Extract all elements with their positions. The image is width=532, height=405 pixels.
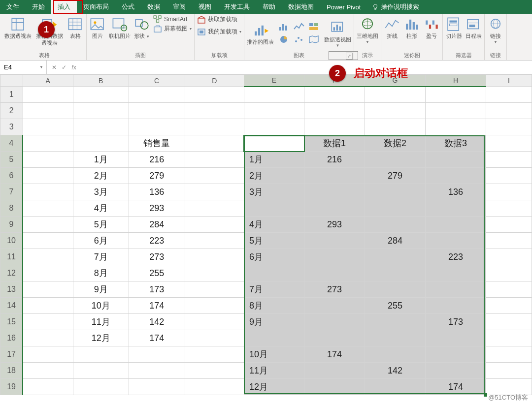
row-header-3[interactable]: 3 [0, 119, 23, 135]
cell-F5[interactable]: 216 [304, 152, 365, 168]
row-header-11[interactable]: 11 [0, 249, 23, 265]
cell-B18[interactable] [73, 363, 129, 379]
cell-G18[interactable]: 142 [365, 363, 426, 379]
chart-type-line-button[interactable] [293, 21, 305, 32]
cell-H9[interactable] [425, 217, 486, 233]
row-header-18[interactable]: 18 [0, 363, 23, 379]
cell-I7[interactable] [486, 184, 532, 200]
cell-A18[interactable] [23, 363, 73, 379]
cell-A14[interactable] [23, 298, 73, 314]
tab-review[interactable]: 审阅 [166, 0, 192, 14]
cell-I9[interactable] [486, 217, 532, 233]
chart-type-hierarchy-button[interactable] [307, 21, 320, 32]
cell-D3[interactable] [185, 119, 244, 135]
cell-D10[interactable] [185, 233, 244, 249]
tab-formulas[interactable]: 公式 [115, 0, 141, 14]
cell-F13[interactable]: 273 [304, 281, 365, 298]
cell-G3[interactable] [365, 119, 426, 135]
cell-D19[interactable] [185, 379, 244, 395]
cell-H6[interactable] [425, 168, 486, 184]
cell-D14[interactable] [185, 298, 244, 314]
cell-B1[interactable] [73, 87, 129, 103]
cell-I17[interactable] [486, 346, 532, 363]
cell-G5[interactable] [365, 152, 426, 168]
cell-F4[interactable]: 数据1 [304, 135, 365, 152]
cell-F3[interactable] [304, 119, 365, 135]
cell-D4[interactable] [185, 135, 244, 152]
tab-devtools[interactable]: 开发工具 [218, 0, 256, 14]
cell-I11[interactable] [486, 249, 532, 265]
pivot-chart-button[interactable]: 数据透视图 ▼ [324, 19, 351, 48]
smartart-button[interactable]: SmartArt [153, 15, 192, 23]
cell-E16[interactable] [244, 330, 304, 346]
cell-F17[interactable]: 174 [304, 346, 365, 363]
tab-powerpivot[interactable]: Power Pivot [320, 0, 367, 14]
sparkline-line-button[interactable]: 折线 [384, 15, 400, 40]
cell-F16[interactable] [304, 330, 365, 346]
row-header-9[interactable]: 9 [0, 217, 23, 233]
cell-B15[interactable]: 11月 [73, 314, 129, 330]
cell-H3[interactable] [425, 119, 486, 135]
cell-G16[interactable] [365, 330, 426, 346]
cell-G19[interactable] [365, 379, 426, 395]
cell-B17[interactable] [73, 346, 129, 363]
cell-E1[interactable] [244, 87, 304, 103]
row-header-12[interactable]: 12 [0, 265, 23, 281]
cell-D2[interactable] [185, 103, 244, 119]
cell-B10[interactable]: 6月 [73, 233, 129, 249]
row-header-8[interactable]: 8 [0, 200, 23, 217]
cell-A16[interactable] [23, 330, 73, 346]
cell-F12[interactable] [304, 265, 365, 281]
my-addins-button[interactable]: 我的加载项 ▾ [197, 28, 241, 36]
cell-A2[interactable] [23, 103, 73, 119]
formula-bar-input[interactable] [81, 61, 532, 74]
cell-A5[interactable] [23, 152, 73, 168]
cell-D1[interactable] [185, 87, 244, 103]
cell-B13[interactable]: 9月 [73, 281, 129, 298]
cell-F2[interactable] [304, 103, 365, 119]
cell-A6[interactable] [23, 168, 73, 184]
cell-I19[interactable] [486, 379, 532, 395]
cell-E4[interactable] [244, 135, 304, 152]
cell-A13[interactable] [23, 281, 73, 298]
cell-C3[interactable] [129, 119, 185, 135]
cell-F14[interactable] [304, 298, 365, 314]
cell-E17[interactable]: 10月 [244, 346, 304, 363]
cell-H17[interactable] [425, 346, 486, 363]
cell-C13[interactable]: 173 [129, 281, 185, 298]
cell-F11[interactable] [304, 249, 365, 265]
cell-B19[interactable] [73, 379, 129, 395]
cell-B16[interactable]: 12月 [73, 330, 129, 346]
cell-G12[interactable] [365, 265, 426, 281]
cell-H11[interactable]: 223 [425, 249, 486, 265]
row-header-13[interactable]: 13 [0, 281, 23, 298]
cell-G14[interactable]: 255 [365, 298, 426, 314]
cell-B14[interactable]: 10月 [73, 298, 129, 314]
formula-enter-button[interactable]: ✓ [60, 63, 68, 72]
cell-C5[interactable]: 216 [129, 152, 185, 168]
chart-type-map-button[interactable] [307, 34, 320, 45]
col-header-B[interactable]: B [73, 75, 129, 87]
cell-A7[interactable] [23, 184, 73, 200]
cell-C8[interactable]: 293 [129, 200, 185, 217]
cell-G9[interactable] [365, 217, 426, 233]
cell-I6[interactable] [486, 168, 532, 184]
cell-C19[interactable] [129, 379, 185, 395]
formula-cancel-button[interactable]: ✕ [50, 63, 59, 72]
cell-A10[interactable] [23, 233, 73, 249]
cell-A15[interactable] [23, 314, 73, 330]
cell-C1[interactable] [129, 87, 185, 103]
cell-B11[interactable]: 7月 [73, 249, 129, 265]
cell-E2[interactable] [244, 103, 304, 119]
cell-G17[interactable] [365, 346, 426, 363]
cell-B4[interactable] [73, 135, 129, 152]
cell-C6[interactable]: 279 [129, 168, 185, 184]
cell-G4[interactable]: 数据2 [365, 135, 426, 152]
cell-I1[interactable] [486, 87, 532, 103]
tab-view[interactable]: 视图 [192, 0, 218, 14]
row-header-17[interactable]: 17 [0, 346, 23, 363]
cell-C9[interactable]: 284 [129, 217, 185, 233]
cell-H1[interactable] [425, 87, 486, 103]
cell-D5[interactable] [185, 152, 244, 168]
cell-B12[interactable]: 8月 [73, 265, 129, 281]
